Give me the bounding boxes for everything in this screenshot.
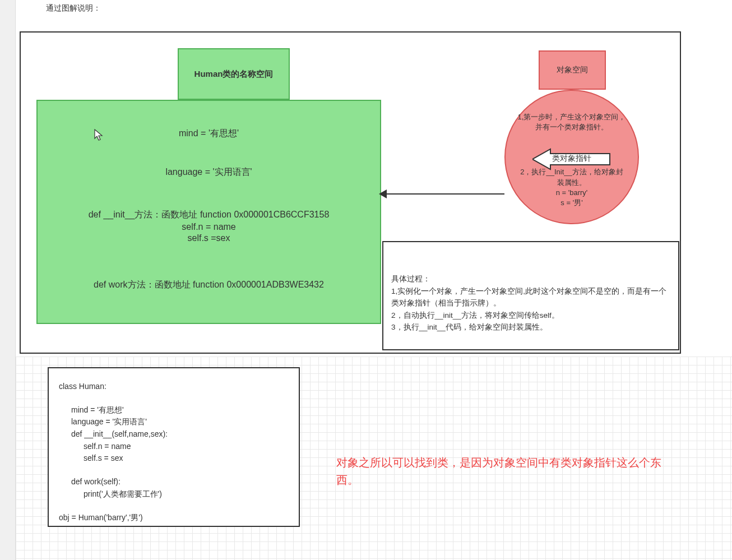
highlight-text: 对象之所以可以找到类，是因为对象空间中有类对象指针这么个东西。: [336, 454, 661, 489]
arrow-head-icon: [379, 189, 387, 198]
process-title: 具体过程：: [391, 273, 670, 285]
diagram-page: 通过图解说明： Human类的名称空间 mind = '有思想' languag…: [0, 0, 732, 560]
namespace-line-self-s: self.s =sex: [49, 233, 369, 243]
namespace-line-init: def __init__方法：函数地址 function 0x000001CB6…: [49, 209, 369, 221]
code-line-9: obj = Human('barry','男'): [59, 512, 289, 524]
code-line-6: self.s = sex: [59, 452, 289, 465]
class-pointer-label: 类对象指针: [544, 154, 600, 164]
object-attr-n: n = 'barry': [517, 188, 627, 198]
object-step-1: 1,第一步时，产生这个对象空间，并有一个类对象指针。: [517, 112, 627, 132]
code-box: class Human: mind = '有思想' language = '实用…: [48, 367, 300, 527]
left-ruler-bar: [0, 0, 16, 560]
object-space-tab: 对象空间: [539, 50, 606, 90]
code-line-1: class Human:: [59, 381, 289, 393]
code-line-8: print('人类都需要工作'): [59, 488, 289, 501]
namespace-line-language: language = '实用语言': [49, 166, 369, 178]
code-line-5: self.n = name: [59, 441, 289, 453]
code-line-4: def __init__(self,name,sex):: [59, 428, 289, 441]
process-box: 具体过程： 1,实例化一个对象，产生一个对象空间,此时这个对象空间不是空的，而是…: [382, 241, 679, 350]
namespace-body: mind = '有思想' language = '实用语言' def __ini…: [36, 100, 381, 324]
heading: 通过图解说明：: [46, 3, 101, 13]
code-line-7: def work(self):: [59, 476, 289, 488]
code-line-2: mind = '有思想': [59, 404, 289, 416]
process-step-1: 1,实例化一个对象，产生一个对象空间,此时这个对象空间不是空的，而是有一个类对象…: [391, 285, 670, 309]
process-step-3: 3，执行__init__代码，给对象空间封装属性。: [391, 321, 670, 334]
process-step-2: 2，自动执行__init__方法，将对象空间传给self。: [391, 309, 670, 322]
object-space-tab-label: 对象空间: [557, 65, 588, 75]
namespace-line-mind: mind = '有思想': [49, 128, 369, 140]
namespace-line-work: def work方法：函数地址 function 0x000001ADB3WE3…: [49, 279, 369, 291]
code-line-3: language = '实用语言': [59, 416, 289, 428]
namespace-line-self-n: self.n = name: [49, 222, 369, 232]
namespace-tab-label: Human类的名称空间: [194, 69, 274, 80]
object-attr-s: s = '男': [517, 198, 627, 208]
arrow-line: [382, 193, 504, 195]
namespace-tab: Human类的名称空间: [178, 48, 290, 100]
